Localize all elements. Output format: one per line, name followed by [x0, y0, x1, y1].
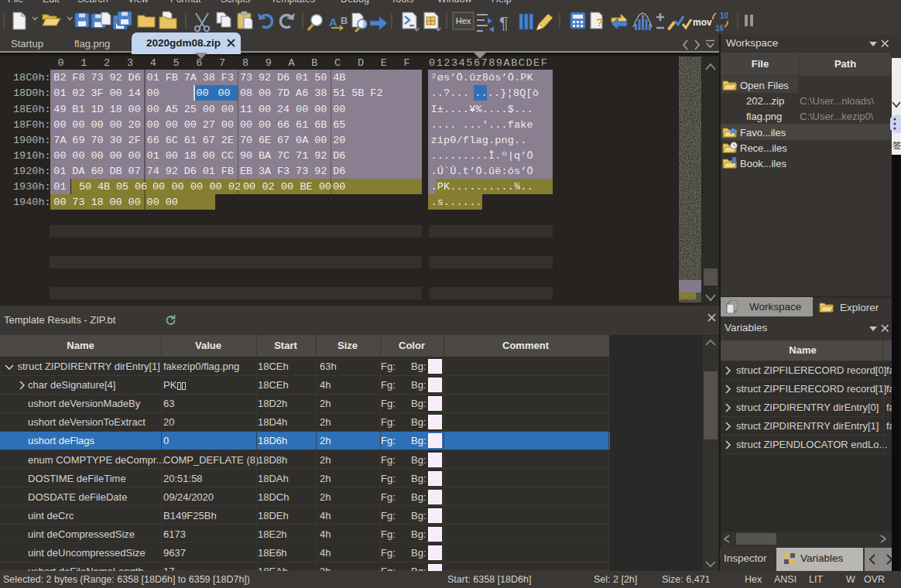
svg-text:10: 10	[720, 12, 729, 20]
svg-text:?: ?	[596, 15, 603, 29]
svg-text:¶: ¶	[499, 13, 509, 32]
svg-text:16: 16	[715, 24, 725, 32]
svg-text:mov: mov	[693, 17, 712, 28]
svg-text:A: A	[329, 15, 337, 29]
svg-text:B: B	[341, 15, 348, 26]
svg-text:Hex: Hex	[456, 16, 471, 26]
